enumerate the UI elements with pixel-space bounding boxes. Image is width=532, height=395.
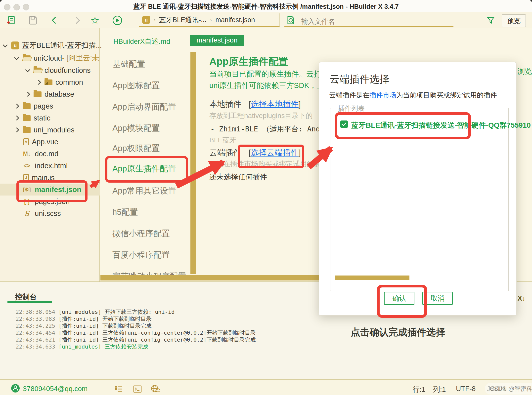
back-icon[interactable] xyxy=(50,15,61,26)
search-input[interactable] xyxy=(301,16,441,27)
config-nav-modules[interactable]: App模块配置 xyxy=(112,123,160,134)
no-plugin-selected-text: 还未选择任何插件 xyxy=(209,172,267,182)
config-nav-weixin[interactable]: 微信小程序配置 xyxy=(112,228,170,239)
config-nav-permissions[interactable]: App权限配置 xyxy=(112,143,160,154)
config-nav-scrollbar[interactable] xyxy=(190,52,196,274)
plugin-market-link[interactable]: 插件市场 xyxy=(369,91,396,99)
config-nav-splash[interactable]: App启动界面配置 xyxy=(112,101,176,113)
content-heading: App原生插件配置 xyxy=(209,55,288,68)
plugin-item-label[interactable]: 蓝牙BLE通讯-蓝牙扫描链接发送-智能硬件-QQ群755910 xyxy=(351,120,531,130)
filter-funnel-icon[interactable] xyxy=(485,15,496,26)
breadcrumb-project[interactable]: 蓝牙BLE通讯-... xyxy=(159,15,207,24)
config-nav-baidu[interactable]: 百度小程序配置 xyxy=(112,249,170,261)
tree-item-pages-json[interactable]: [ ] pages.json xyxy=(0,196,100,207)
console-log-line: 22:43:33.983 [插件:uni-id] 开始下载到临时目录 xyxy=(16,316,256,322)
run-icon[interactable] xyxy=(112,15,123,26)
chevron-expanded-icon xyxy=(14,55,19,60)
task-list-icon[interactable] xyxy=(114,385,123,395)
local-plugin-entry-desc: BLE蓝牙 xyxy=(209,135,236,145)
plugin-list-box: 插件列表 xyxy=(330,108,509,291)
tree-item-uni-scss[interactable]: S uni.scss xyxy=(0,207,100,219)
open-folder-icon xyxy=(34,68,42,73)
folder-icon xyxy=(23,127,31,133)
terminal-icon[interactable] xyxy=(133,385,142,395)
config-nav-basic[interactable]: 基础配置 xyxy=(112,59,145,70)
tree-item-doc-md[interactable]: M↓ doc.md xyxy=(0,148,100,160)
tab-hbuilderx-readme[interactable]: HBuilderX自述.md xyxy=(113,37,170,46)
cloud-plugin-dialog: 云端插件选择 云端插件是在插件市场为当前项目购买或绑定试用的插件 插件列表 蓝牙… xyxy=(319,62,517,316)
folder-icon xyxy=(23,115,31,121)
breadcrumb[interactable]: u › 蓝牙BLE通讯-... › manifest.json xyxy=(139,13,280,27)
chevron-collapsed-icon xyxy=(14,104,19,109)
plugin-list-legend: 插件列表 xyxy=(335,104,367,113)
annotation-caption: 点击确认完成插件选择 xyxy=(351,326,445,339)
select-cloud-plugin-link[interactable]: 选择云端插件 xyxy=(251,148,299,157)
save-icon[interactable] xyxy=(27,15,38,26)
favorite-star-icon[interactable]: ☆ xyxy=(89,15,100,26)
hbuilderx-window: 蓝牙 BLE 通讯-蓝牙扫描链接发送-智能硬件-智密科技示例 /manifest… xyxy=(0,0,532,395)
chevron-collapsed-icon xyxy=(36,80,41,85)
json-file-icon: [ ] xyxy=(22,198,32,205)
tree-item-unicloud[interactable]: uniCloud - [阿里云:未 xyxy=(0,52,100,64)
tree-item-index-html[interactable]: <> index.html xyxy=(0,160,100,172)
editor-horizontal-scrollbar[interactable] xyxy=(100,275,336,280)
config-nav-other[interactable]: App常用其它设置 xyxy=(112,185,176,197)
local-plugin-note: 存放到工程nativeplugins目录下的 xyxy=(209,111,312,120)
chevron-collapsed-icon xyxy=(25,92,30,97)
plugin-checkbox[interactable] xyxy=(340,120,348,128)
new-file-icon[interactable] xyxy=(5,15,16,26)
tree-item-main-js[interactable]: J main.js xyxy=(0,172,100,184)
tree-item-project-root[interactable]: u 蓝牙BLE通讯-蓝牙扫描... xyxy=(0,40,100,51)
config-nav-h5[interactable]: h5配置 xyxy=(112,207,138,218)
uni-project-icon: u xyxy=(142,16,150,24)
preview-button[interactable]: 预览 xyxy=(502,14,526,27)
cursor-col-indicator[interactable]: 列:1 xyxy=(433,385,446,394)
js-file-icon: J xyxy=(23,174,29,181)
console-collapse-icon[interactable]: X↓ xyxy=(518,295,526,302)
content-desc-line1: 当前项目已配置的原生插件。云打包 xyxy=(209,69,329,79)
forward-icon[interactable] xyxy=(71,15,82,26)
local-plugin-row: 本地插件[选择本地插件] xyxy=(209,99,301,110)
breadcrumb-file[interactable]: manifest.json xyxy=(216,16,255,24)
browse-plugin-market-link[interactable]: 浏览插 xyxy=(518,67,532,77)
console-log-line: 22:43:34.621 [插件:uni-id] 三方依赖[uni-config… xyxy=(16,336,256,343)
cancel-button[interactable]: 取消 xyxy=(422,292,453,305)
tree-item-common[interactable]: common xyxy=(0,76,100,88)
chevron-right-icon: › xyxy=(210,16,212,23)
console-tab-underline xyxy=(7,301,52,303)
tree-item-manifest-json[interactable]: [⚙] manifest.json xyxy=(0,184,100,196)
folder-icon xyxy=(23,103,31,109)
tree-item-uni-modules[interactable]: uni_modules xyxy=(0,124,100,136)
chevron-right-icon: › xyxy=(154,16,156,23)
dialog-description: 云端插件是在插件市场为当前项目购买或绑定试用的插件 xyxy=(329,91,497,100)
console-tab[interactable]: 控制台 xyxy=(15,292,37,302)
account-email[interactable]: 378094054@qq.com xyxy=(23,385,88,393)
config-nav-native-plugins[interactable]: App原生插件配置 xyxy=(112,163,176,174)
tree-item-pages[interactable]: pages xyxy=(0,100,100,112)
cloud-plugin-note: 已经在插件市场购买或绑定试用的插件 xyxy=(209,159,328,169)
console-log-list: 22:38:38.054 [uni_modules] 开始下载三方依赖: uni… xyxy=(16,309,256,350)
scss-file-icon: S xyxy=(22,210,32,217)
json-gear-file-icon: [⚙] xyxy=(22,187,32,193)
markdown-file-icon: M↓ xyxy=(22,151,32,157)
select-local-plugin-link[interactable]: 选择本地插件 xyxy=(251,100,299,109)
chevron-collapsed-icon xyxy=(14,116,19,120)
cloud-sync-icon[interactable] xyxy=(150,384,160,395)
tree-item-static[interactable]: static xyxy=(0,112,100,124)
tree-item-app-vue[interactable]: V App.vue xyxy=(0,136,100,148)
config-nav-app-icon[interactable]: App图标配置 xyxy=(112,80,160,91)
cursor-line-indicator[interactable]: 行:1 xyxy=(413,385,425,394)
chevron-expanded-icon xyxy=(3,42,8,47)
content-desc-line2: uni原生插件可能依赖三方SDK，上 xyxy=(209,80,324,91)
tree-item-cloudfunctions[interactable]: cloudfunctions xyxy=(0,64,100,76)
vue-file-icon: V xyxy=(23,138,29,145)
file-search-icon xyxy=(285,15,296,26)
tab-manifest-json[interactable]: manifest.json xyxy=(190,35,244,46)
plugin-list-scrollbar[interactable] xyxy=(335,276,409,280)
console-log-line: 22:43:34.225 [插件:uni-id] 下载到临时目录完成 xyxy=(16,322,256,329)
tree-item-database[interactable]: database xyxy=(0,88,100,100)
encoding-indicator[interactable]: UTF-8 xyxy=(456,385,476,393)
user-avatar-icon[interactable] xyxy=(11,384,20,394)
confirm-button[interactable]: 确认 xyxy=(384,292,414,305)
chevron-collapsed-icon xyxy=(14,127,19,132)
